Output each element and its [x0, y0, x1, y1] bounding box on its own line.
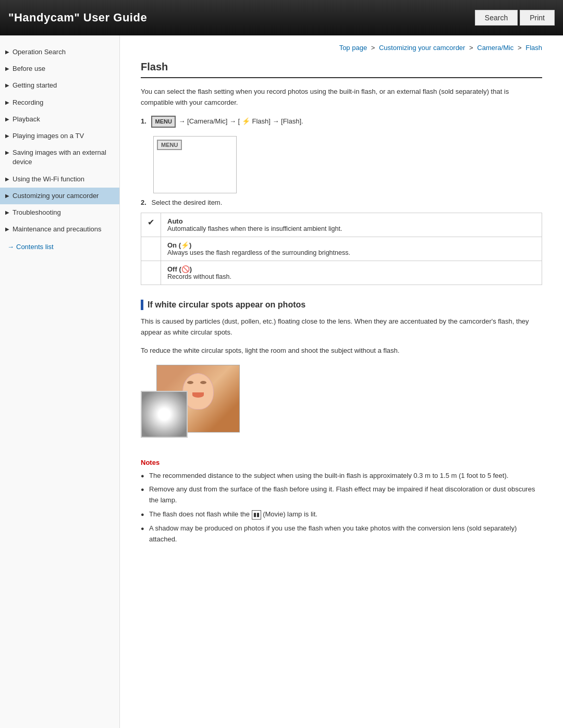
- contents-list-link[interactable]: → Contents list: [0, 238, 119, 254]
- sidebar-item-recording[interactable]: ▶ Recording: [0, 94, 119, 111]
- option-name: Auto: [167, 217, 535, 225]
- sidebar-label: Getting started: [13, 81, 57, 90]
- option-name: On (⚡): [167, 241, 535, 249]
- option-name: Off (🚫): [167, 265, 535, 273]
- sidebar-label: Maintenance and precautions: [13, 225, 102, 234]
- sidebar-item-before-use[interactable]: ▶ Before use: [0, 60, 119, 77]
- check-on: [141, 237, 161, 261]
- sidebar-item-playing-images[interactable]: ▶ Playing images on a TV: [0, 128, 119, 144]
- check-off: [141, 261, 161, 285]
- sidebar-item-wifi[interactable]: ▶ Using the Wi-Fi function: [0, 171, 119, 188]
- header: "Handycam" User Guide Search Print: [0, 0, 563, 35]
- option-desc: Automatically flashes when there is insu…: [167, 225, 535, 232]
- sidebar-item-getting-started[interactable]: ▶ Getting started: [0, 77, 119, 94]
- page-title: Flash: [141, 61, 542, 78]
- header-buttons: Search Print: [475, 10, 555, 26]
- chevron-right-icon: ▶: [5, 48, 9, 56]
- notes-title: Notes: [141, 459, 542, 466]
- notes-list: The recommended distance to the subject …: [141, 471, 542, 545]
- breadcrumb-flash[interactable]: Flash: [525, 44, 542, 52]
- list-item: A shadow may be produced on photos if yo…: [141, 523, 542, 545]
- sidebar-item-maintenance[interactable]: ▶ Maintenance and precautions: [0, 221, 119, 238]
- search-button[interactable]: Search: [475, 10, 518, 26]
- white-spot-overlay: [141, 391, 188, 438]
- sidebar-label: Operation Search: [13, 47, 66, 57]
- breadcrumb-sep1: >: [371, 44, 377, 52]
- heading-bar-icon: [141, 300, 143, 310]
- sidebar-label: Customizing your camcorder: [13, 191, 99, 201]
- sidebar-item-troubleshooting[interactable]: ▶ Troubleshooting: [0, 204, 119, 221]
- breadcrumb-sep3: >: [518, 44, 523, 52]
- sidebar-item-customizing[interactable]: ▶ Customizing your camcorder: [0, 188, 119, 204]
- table-row: ✔ Auto Automatically flashes when there …: [141, 213, 542, 237]
- breadcrumb-camera-mic[interactable]: Camera/Mic: [477, 44, 513, 52]
- chevron-right-icon: ▶: [5, 176, 9, 183]
- breadcrumb-sep2: >: [469, 44, 475, 52]
- list-item: The flash does not flash while the ▮▮ (M…: [141, 509, 542, 520]
- mouth: [192, 392, 204, 398]
- list-item: The recommended distance to the subject …: [141, 471, 542, 482]
- print-button[interactable]: Print: [520, 10, 555, 26]
- breadcrumb-top[interactable]: Top page: [339, 44, 368, 52]
- chevron-right-icon: ▶: [5, 192, 9, 200]
- table-row: On (⚡) Always uses the flash regardless …: [141, 237, 542, 261]
- step-2-text: Select the desired item.: [151, 199, 222, 206]
- sub-heading: If white circular spots appear on photos: [141, 300, 542, 310]
- menu-button-image: MENU: [157, 140, 182, 150]
- breadcrumb-customizing[interactable]: Customizing your camcorder: [379, 44, 465, 52]
- content-area: Top page > Customizing your camcorder > …: [120, 35, 563, 728]
- eye-right: [200, 381, 206, 384]
- step-1-num: 1.: [141, 117, 146, 125]
- white-spots-text1: This is caused by particles (dust, polle…: [141, 316, 542, 338]
- sidebar: ▶ Operation Search ▶ Before use ▶ Gettin…: [0, 35, 120, 728]
- option-desc: Records without flash.: [167, 273, 535, 280]
- main-layout: ▶ Operation Search ▶ Before use ▶ Gettin…: [0, 35, 563, 728]
- sidebar-item-operation-search[interactable]: ▶ Operation Search: [0, 44, 119, 60]
- photo-illustration: [141, 365, 245, 448]
- breadcrumb: Top page > Customizing your camcorder > …: [141, 44, 542, 52]
- sidebar-label: Recording: [13, 98, 43, 107]
- chevron-right-icon: ▶: [5, 116, 9, 123]
- sidebar-label: Playback: [13, 115, 40, 124]
- option-desc: Always uses the flash regardless of the …: [167, 249, 535, 256]
- sidebar-item-saving-images[interactable]: ▶ Saving images with an external device: [0, 144, 119, 170]
- check-auto: ✔: [141, 213, 161, 237]
- chevron-right-icon: ▶: [5, 65, 9, 72]
- option-on: On (⚡) Always uses the flash regardless …: [161, 237, 542, 261]
- site-title: "Handycam" User Guide: [8, 11, 147, 24]
- contents-link-label: Contents list: [16, 243, 54, 251]
- menu-icon: MENU: [151, 116, 175, 128]
- sub-heading-text: If white circular spots appear on photos: [148, 300, 305, 310]
- chevron-right-icon: ▶: [5, 132, 9, 140]
- sidebar-label: Playing images on a TV: [13, 131, 84, 141]
- chevron-right-icon: ▶: [5, 149, 9, 156]
- arrow-right-icon: →: [7, 243, 14, 251]
- step-1: 1. MENU → [Camera/Mic] → [ ⚡ Flash] → [F…: [141, 116, 542, 128]
- chevron-right-icon: ▶: [5, 99, 9, 106]
- intro-text: You can select the flash setting when yo…: [141, 87, 542, 108]
- sidebar-label: Using the Wi-Fi function: [13, 175, 84, 184]
- option-off: Off (🚫) Records without flash.: [161, 261, 542, 285]
- list-item: Remove any dust from the surface of the …: [141, 484, 542, 506]
- sidebar-label: Before use: [13, 64, 45, 73]
- sidebar-label: Saving images with an external device: [13, 148, 112, 167]
- chevron-right-icon: ▶: [5, 82, 9, 89]
- white-spots-text2: To reduce the white circular spots, ligh…: [141, 346, 542, 356]
- chevron-right-icon: ▶: [5, 226, 9, 233]
- menu-screenshot: MENU: [153, 136, 237, 193]
- movie-icon: ▮▮: [252, 510, 261, 520]
- options-table: ✔ Auto Automatically flashes when there …: [141, 213, 542, 285]
- step-2-num: 2.: [141, 199, 146, 206]
- option-auto: Auto Automatically flashes when there is…: [161, 213, 542, 237]
- sidebar-item-playback[interactable]: ▶ Playback: [0, 111, 119, 128]
- step-2: 2. Select the desired item.: [141, 199, 542, 206]
- step-1-text: → [Camera/Mic] → [ ⚡ Flash] → [Flash].: [178, 117, 303, 125]
- sidebar-label: Troubleshooting: [13, 208, 61, 217]
- chevron-right-icon: ▶: [5, 209, 9, 216]
- notes-section: Notes The recommended distance to the su…: [141, 459, 542, 545]
- table-row: Off (🚫) Records without flash.: [141, 261, 542, 285]
- eye-left: [187, 381, 193, 384]
